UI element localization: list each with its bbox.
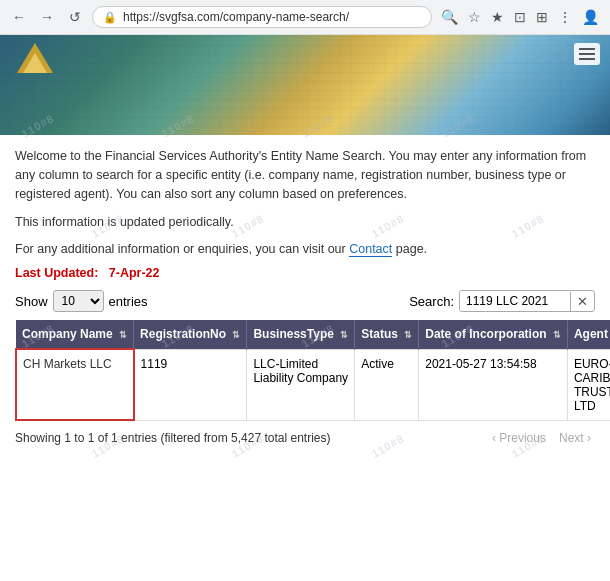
periodic-update-text: This information is updated periodically… bbox=[15, 213, 595, 232]
table-header-row: Company Name ⇅ RegistrationNo ⇅ Business… bbox=[16, 320, 610, 349]
address-bar[interactable]: 🔒 https://svgfsa.com/company-name-search… bbox=[92, 6, 432, 28]
menu-line-2 bbox=[579, 53, 595, 55]
search-control: Search: ✕ bbox=[409, 290, 595, 312]
sort-arrows-date: ⇅ bbox=[553, 330, 561, 340]
last-updated: Last Updated: 7-Apr-22 bbox=[15, 266, 595, 280]
browser-actions: 🔍 ☆ ★ ⊡ ⊞ ⋮ 👤 bbox=[438, 7, 602, 27]
hero-overlay bbox=[0, 35, 610, 135]
prev-label: Previous bbox=[499, 431, 546, 445]
sort-arrows-business: ⇅ bbox=[340, 330, 348, 340]
showing-entries-text: Showing 1 to 1 of 1 entries (filtered fr… bbox=[15, 431, 331, 445]
show-entries-control: Show 10 25 50 100 entries bbox=[15, 290, 148, 312]
entries-label: entries bbox=[109, 294, 148, 309]
cell-business-type: LLC-Limited Liability Company bbox=[247, 349, 355, 420]
col-reg-no-label: RegistrationNo bbox=[140, 327, 226, 341]
entries-select[interactable]: 10 25 50 100 bbox=[53, 290, 104, 312]
refresh-button[interactable]: ↺ bbox=[64, 6, 86, 28]
menu-line-3 bbox=[579, 58, 595, 60]
pagination: ‹ Previous Next › bbox=[488, 429, 595, 447]
mobile-menu-button[interactable] bbox=[574, 43, 600, 65]
star-icon[interactable]: ★ bbox=[488, 7, 507, 27]
col-reg-no[interactable]: RegistrationNo ⇅ bbox=[134, 320, 247, 349]
cell-date-inc: 2021-05-27 13:54:58 bbox=[419, 349, 568, 420]
cell-agent: EURO-CARIBBEAN TRUSTEES LTD bbox=[567, 349, 610, 420]
clear-search-button[interactable]: ✕ bbox=[570, 292, 594, 311]
col-business-type[interactable]: BusinessType ⇅ bbox=[247, 320, 355, 349]
col-status[interactable]: Status ⇅ bbox=[355, 320, 419, 349]
sort-arrows-company: ⇅ bbox=[119, 330, 127, 340]
hamburger-icon bbox=[579, 48, 595, 60]
show-label: Show bbox=[15, 294, 48, 309]
search-icon[interactable]: 🔍 bbox=[438, 7, 461, 27]
plugin-icon[interactable]: ⊞ bbox=[533, 7, 551, 27]
contact-link[interactable]: Contact bbox=[349, 242, 392, 257]
contact-prefix: For any additional information or enquir… bbox=[15, 242, 346, 256]
col-status-label: Status bbox=[361, 327, 398, 341]
col-company-name[interactable]: Company Name ⇅ bbox=[16, 320, 134, 349]
search-label: Search: bbox=[409, 294, 454, 309]
site-logo bbox=[10, 43, 60, 93]
main-content: Welcome to the Financial Services Author… bbox=[0, 135, 610, 459]
col-date-inc[interactable]: Date of Incorporation ⇅ bbox=[419, 320, 568, 349]
sort-arrows-reg: ⇅ bbox=[232, 330, 240, 340]
lock-icon: 🔒 bbox=[103, 11, 117, 24]
bookmark-icon[interactable]: ☆ bbox=[465, 7, 484, 27]
menu-line-1 bbox=[579, 48, 595, 50]
next-label: Next bbox=[559, 431, 584, 445]
contact-paragraph: For any additional information or enquir… bbox=[15, 242, 595, 256]
intro-paragraph: Welcome to the Financial Services Author… bbox=[15, 147, 595, 203]
col-agent[interactable]: Agent ⇅ bbox=[567, 320, 610, 349]
logo-triangle-inner bbox=[23, 53, 47, 73]
results-table: Company Name ⇅ RegistrationNo ⇅ Business… bbox=[15, 320, 610, 421]
sort-arrows-status: ⇅ bbox=[404, 330, 412, 340]
cell-company-name: CH Markets LLC bbox=[16, 349, 134, 420]
table-footer: Showing 1 to 1 of 1 entries (filtered fr… bbox=[15, 429, 595, 447]
col-date-inc-label: Date of Incorporation bbox=[425, 327, 546, 341]
search-input[interactable] bbox=[460, 291, 570, 311]
table-controls: Show 10 25 50 100 entries Search: ✕ bbox=[15, 290, 595, 312]
updated-label: Last Updated: bbox=[15, 266, 98, 280]
updated-date: 7-Apr-22 bbox=[109, 266, 160, 280]
forward-button[interactable]: → bbox=[36, 6, 58, 28]
url-text: https://svgfsa.com/company-name-search/ bbox=[123, 10, 421, 24]
extension-icon[interactable]: ⊡ bbox=[511, 7, 529, 27]
col-business-type-label: BusinessType bbox=[253, 327, 333, 341]
col-agent-label: Agent bbox=[574, 327, 608, 341]
table-row: CH Markets LLC 1119 LLC-Limited Liabilit… bbox=[16, 349, 610, 420]
user-icon[interactable]: 👤 bbox=[579, 7, 602, 27]
menu-icon[interactable]: ⋮ bbox=[555, 7, 575, 27]
col-company-name-label: Company Name bbox=[22, 327, 113, 341]
search-input-wrapper: ✕ bbox=[459, 290, 595, 312]
next-button[interactable]: Next › bbox=[555, 429, 595, 447]
contact-suffix: page. bbox=[396, 242, 427, 256]
cell-status: Active bbox=[355, 349, 419, 420]
previous-button[interactable]: ‹ Previous bbox=[488, 429, 550, 447]
back-button[interactable]: ← bbox=[8, 6, 30, 28]
cell-reg-no: 1119 bbox=[134, 349, 247, 420]
browser-toolbar: ← → ↺ 🔒 https://svgfsa.com/company-name-… bbox=[0, 0, 610, 35]
hero-banner bbox=[0, 35, 610, 135]
